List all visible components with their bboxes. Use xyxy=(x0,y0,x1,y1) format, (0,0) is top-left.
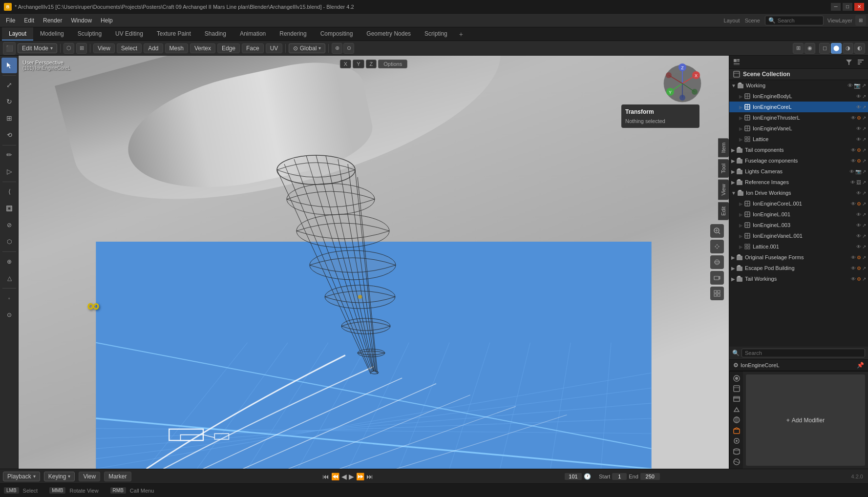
annotate-tool[interactable]: ✏ xyxy=(1,147,17,163)
face-menu[interactable]: Face xyxy=(242,43,264,53)
proportional-btn[interactable]: ⊙ xyxy=(343,43,354,54)
camera-btn[interactable] xyxy=(710,271,724,285)
view-layer-props-btn[interactable] xyxy=(731,394,742,404)
measure-tool[interactable]: ▷ xyxy=(1,164,17,180)
pivot-dropdown[interactable]: ⊙ Global xyxy=(289,43,325,53)
mesh-menu[interactable]: Mesh xyxy=(165,43,188,53)
select-tool[interactable] xyxy=(1,58,17,73)
tab-animation[interactable]: Animation xyxy=(233,27,273,41)
outliner-item-reference[interactable]: ▶ Reference Images 👁 🖼 ↗ xyxy=(729,177,868,187)
prev-keyframe-btn[interactable]: ◀ xyxy=(341,473,347,480)
overlay-btn[interactable]: ⊞ xyxy=(793,43,804,54)
snap-btn[interactable]: ⊕ xyxy=(332,43,342,54)
tab-sculpting[interactable]: Sculpting xyxy=(71,27,108,41)
global-option-btn[interactable]: ⬡ xyxy=(64,43,74,54)
current-frame[interactable]: 101 xyxy=(565,473,582,480)
keying-dropdown[interactable]: Keying xyxy=(44,472,75,481)
outliner-icon-1[interactable] xyxy=(731,57,742,67)
add-workspace-button[interactable]: + xyxy=(454,27,468,41)
outliner-item-working[interactable]: ▼ Working 👁 📷 ↗ xyxy=(729,80,868,91)
outliner-item-ion-core[interactable]: ▶ IonEngineCoreL 👁 ↗ xyxy=(729,102,868,112)
object-props-btn[interactable] xyxy=(731,426,742,435)
render-shade-btn[interactable]: ◐ xyxy=(854,43,865,54)
tab-uv-editing[interactable]: UV Editing xyxy=(108,27,150,41)
top-search-input[interactable] xyxy=(778,18,817,23)
outliner-item-fuselage[interactable]: ▶ Fuselage components 👁 ⚙ ↗ xyxy=(729,155,868,166)
jump-start-btn[interactable]: ⏮ xyxy=(322,473,329,480)
view-menu[interactable]: View xyxy=(93,43,115,53)
vp-tab-item[interactable]: Item xyxy=(718,138,729,157)
render-props-btn[interactable] xyxy=(731,373,742,383)
outliner-item-vane-001[interactable]: ▶ IonEngineVaneL.001 👁 ↗ xyxy=(729,230,868,241)
wire-btn[interactable]: ⊞ xyxy=(76,43,87,54)
tab-geometry-nodes[interactable]: Geometry Nodes xyxy=(360,27,418,41)
smooth-tool[interactable]: ◦ xyxy=(1,290,17,306)
move-tool[interactable]: ⤢ xyxy=(1,78,17,93)
minimize-button[interactable]: ─ xyxy=(831,3,841,11)
start-frame[interactable]: 1 xyxy=(612,473,627,480)
z-constraint-btn[interactable]: Z xyxy=(366,60,377,68)
world-props-btn[interactable] xyxy=(731,415,742,425)
orbit-btn[interactable] xyxy=(710,255,724,269)
tab-scripting[interactable]: Scripting xyxy=(418,27,454,41)
outliner-item-ion-thruster[interactable]: ▶ IonEngineThrusterL 👁 ⚙ ↗ xyxy=(729,112,868,123)
wireframe-shade-btn[interactable]: ◻ xyxy=(819,43,830,54)
outliner-item-core-001[interactable]: ▶ IonEngineCoreL.001 👁 ⚙ ↗ xyxy=(729,198,868,209)
outliner-item-lattice-001[interactable]: ▶ Lattice.001 👁 ↗ xyxy=(729,241,868,252)
scene-props-btn[interactable] xyxy=(731,405,742,414)
vp-tab-tool[interactable]: Tool xyxy=(718,159,729,178)
maximize-button[interactable]: □ xyxy=(843,3,852,11)
zoom-btn[interactable] xyxy=(710,224,724,238)
rotate-tool[interactable]: ↻ xyxy=(1,94,17,110)
menu-window[interactable]: Window xyxy=(67,16,96,25)
vertex-menu[interactable]: Vertex xyxy=(190,43,215,53)
output-props-btn[interactable] xyxy=(731,384,742,393)
pan-btn[interactable] xyxy=(710,240,724,253)
tab-modeling[interactable]: Modeling xyxy=(33,27,71,41)
mode-dropdown[interactable]: Edit Mode xyxy=(18,43,57,53)
grid-view-btn[interactable] xyxy=(710,287,724,300)
menu-file[interactable]: File xyxy=(2,16,19,25)
loop-cut-tool[interactable]: ⬡ xyxy=(1,234,17,249)
playback-dropdown[interactable]: Playback xyxy=(3,472,40,481)
options-btn[interactable]: Options xyxy=(378,60,407,68)
menu-help[interactable]: Help xyxy=(97,16,117,25)
modifier-props-btn[interactable] xyxy=(731,436,742,446)
outliner-item-ion-drive[interactable]: ▼ Ion Drive Workings 👁 ↗ xyxy=(729,187,868,198)
top-search-bar[interactable]: 🔍 xyxy=(765,16,824,25)
navigation-gizmo[interactable]: Z X Y xyxy=(660,62,704,105)
knife-tool[interactable]: ⊕ xyxy=(1,254,17,269)
outliner-item-escape-pod[interactable]: ▶ Escape Pod Building 👁 ⚙ ↗ xyxy=(729,263,868,273)
outliner-item-ion-vane[interactable]: ▶ IonEngineVaneL 👁 ↗ xyxy=(729,123,868,134)
solid-shade-btn[interactable]: ⬤ xyxy=(831,43,842,54)
material-props-btn[interactable] xyxy=(731,457,742,467)
outliner-item-orig-fuselage[interactable]: ▶ Original Fuselage Forms 👁 ⚙ ↗ xyxy=(729,252,868,263)
transform-tool[interactable]: ⟲ xyxy=(1,127,17,143)
outliner-item-tail-workings[interactable]: ▶ Tail Workings 👁 ⚙ ↗ xyxy=(729,273,868,284)
add-modifier-button[interactable]: + Add Modifier xyxy=(746,374,865,466)
filter-btn[interactable] xyxy=(844,57,854,67)
inset-tool[interactable] xyxy=(1,201,17,216)
vp-tab-edit[interactable]: Edit xyxy=(718,202,729,220)
sort-btn[interactable] xyxy=(855,57,866,67)
view-tl-btn[interactable]: View xyxy=(79,472,100,481)
edge-menu[interactable]: Edge xyxy=(217,43,240,53)
scale-tool[interactable]: ⊞ xyxy=(1,111,17,126)
outliner-item-ion-body[interactable]: ▶ IonEngineBodyL 👁 ↗ xyxy=(729,91,868,102)
xray-btn[interactable]: ◉ xyxy=(804,43,815,54)
tab-layout[interactable]: Layout xyxy=(2,27,33,41)
3d-viewport[interactable]: ∞ User Perspective (101) IonEngineCoreL … xyxy=(19,56,729,469)
y-constraint-btn[interactable]: Y xyxy=(353,60,364,68)
outliner-item-lights[interactable]: ▶ Lights Cameras 👁 📷 ↗ xyxy=(729,166,868,177)
menu-render[interactable]: Render xyxy=(39,16,66,25)
outliner-item-tail[interactable]: ▶ Tail components 👁 ⚙ ↗ xyxy=(729,145,868,155)
material-shade-btn[interactable]: ◑ xyxy=(843,43,853,54)
outliner-item-engine-001[interactable]: ▶ IonEngineL.001 👁 ↗ xyxy=(729,209,868,220)
tab-shading[interactable]: Shading xyxy=(198,27,233,41)
tab-texture-paint[interactable]: Texture Paint xyxy=(150,27,198,41)
x-constraint-btn[interactable]: X xyxy=(340,60,351,68)
next-keyframe-btn[interactable]: ⏩ xyxy=(356,473,364,480)
close-button[interactable]: ✕ xyxy=(854,3,864,11)
outliner-search-input[interactable] xyxy=(741,349,865,357)
add-menu[interactable]: Add xyxy=(144,43,163,53)
